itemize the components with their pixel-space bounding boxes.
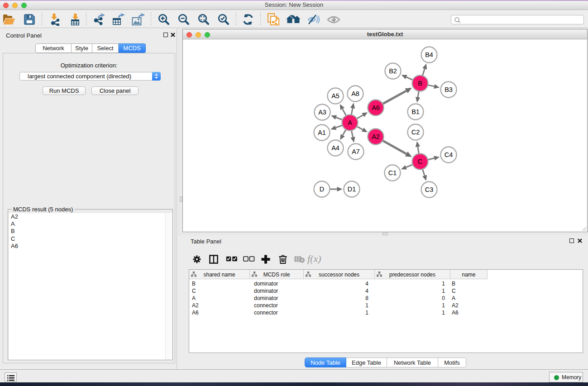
svg-text:A2: A2 xyxy=(372,133,380,140)
svg-text:B3: B3 xyxy=(445,86,453,93)
svg-text:A3: A3 xyxy=(318,109,326,116)
svg-text:A8: A8 xyxy=(351,90,359,97)
svg-text:A7: A7 xyxy=(352,148,360,155)
svg-text:C: C xyxy=(418,158,422,165)
svg-text:A4: A4 xyxy=(331,144,339,152)
svg-text:C1: C1 xyxy=(388,169,397,176)
svg-text:C4: C4 xyxy=(445,151,453,158)
svg-text:A6: A6 xyxy=(372,104,380,111)
svg-text:A1: A1 xyxy=(318,129,326,136)
svg-text:A5: A5 xyxy=(331,92,339,100)
svg-text:B2: B2 xyxy=(389,67,397,75)
svg-text:D1: D1 xyxy=(348,186,356,193)
svg-text:C3: C3 xyxy=(425,186,434,193)
svg-text:B: B xyxy=(418,80,422,87)
svg-text:B4: B4 xyxy=(425,51,433,58)
svg-text:D: D xyxy=(320,186,324,193)
svg-text:C2: C2 xyxy=(411,129,420,136)
svg-text:B1: B1 xyxy=(411,108,420,115)
svg-text:A: A xyxy=(348,119,352,126)
